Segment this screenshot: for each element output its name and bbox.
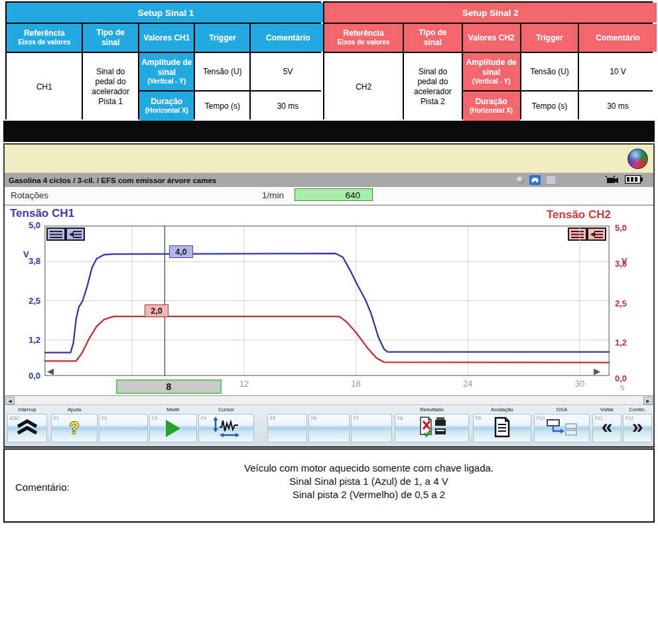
fsa-header-bar (5, 145, 653, 173)
connection-ball-icon (517, 176, 524, 184)
continue-icon: » (632, 417, 643, 436)
cursor-button[interactable]: F4 (198, 414, 254, 442)
back-icon: « (602, 417, 613, 436)
table2-row1-valor: 10 V (579, 53, 657, 90)
help-group-label: Ajuda (51, 407, 98, 414)
oscilloscope-chart: Tensão CH1 Tensão CH2 V V (5, 205, 653, 395)
comment-label: Comentário: (15, 482, 70, 493)
setup-table-1: Setup Sinal 1 Referência Eixos de valore… (5, 1, 321, 119)
measure-button[interactable]: F3 (149, 414, 197, 442)
battery-icon (625, 175, 643, 185)
y-tick-label-left: 3,8 (14, 256, 40, 266)
y-tick-label-right: 5,0 (615, 223, 641, 233)
cursor-waveform-icon (209, 417, 243, 440)
table2-header-trigger: Trigger (521, 24, 578, 52)
table2-row1-tipo: Tensão (U) (521, 53, 578, 90)
series-ch2 (44, 316, 610, 362)
camera-icon (605, 175, 620, 185)
table2-header-referencia: Referência Eixos de valores (324, 24, 403, 52)
y-tick-label-right: 1,2 (615, 338, 641, 348)
table1-title: Setup Sinal 1 (7, 3, 325, 23)
comment-line: Sinal pista 2 (Vermelho) de 0,5 a 2 (104, 488, 633, 501)
dsa-group-label: DSA (534, 407, 590, 414)
help-icon: ? (69, 419, 79, 438)
scroll-left-button[interactable]: ◀ (5, 397, 15, 405)
annotation-group-label: Anotação (473, 407, 531, 414)
continue-button[interactable]: F12 » (623, 414, 652, 442)
vin-numbers-icon (546, 175, 556, 185)
help-button[interactable]: F1 ? (51, 414, 98, 442)
f7-button[interactable]: F7 (351, 414, 392, 442)
annotation-button[interactable]: F9 (473, 414, 531, 442)
f5-button[interactable]: F5 (267, 414, 307, 442)
play-icon (166, 420, 180, 437)
table2-row1-label: Amplitude de sinal (Vertical - Y) (463, 53, 520, 90)
continue-group-label: Contin. (623, 407, 652, 414)
brand-globe-icon (627, 149, 648, 169)
result-document-icon (415, 416, 448, 441)
table2-header-tipo: Tipo de sinal (404, 24, 461, 52)
table1-row2-valor: 30 ms (251, 92, 325, 121)
y-tick-label-left: 5,0 (14, 220, 40, 230)
table2-row2-valor: 30 ms (579, 92, 657, 121)
y-tick-label-right: 2,5 (615, 298, 641, 308)
back-button[interactable]: F11 « (592, 414, 622, 442)
ch2-cursor-readout: 2,0 (145, 304, 168, 317)
table1-row2-tipo: Tempo (s) (195, 92, 249, 121)
y-tick-label-right: 0,0 (615, 373, 641, 383)
measure-group-label: Medir (149, 407, 197, 414)
divider-bar (3, 121, 655, 142)
y-tick-label-left: 2,5 (14, 296, 40, 306)
table1-row1-tipo: Tensão (U) (195, 53, 249, 90)
interrupt-group-label: Interrup (7, 407, 47, 414)
interrupt-chevrons-icon (15, 419, 39, 438)
table2-row2-label: Duração (Horizontal X) (463, 92, 520, 121)
interrupt-button[interactable]: ESC (7, 414, 47, 442)
rotations-value: 640 (295, 188, 373, 201)
ch1-title: Tensão CH1 (10, 207, 74, 220)
annotation-document-icon (494, 417, 511, 440)
cursor-group-label: Cursor (198, 407, 254, 414)
x-tick-label: 12 (234, 379, 254, 389)
table1-header-trigger: Trigger (195, 24, 249, 52)
result-button[interactable]: F8 (395, 414, 469, 442)
result-group-label: Resultado (395, 407, 469, 414)
fsa-status-bar: Gasolina 4 ciclos / 3-cil. / EFS com emi… (5, 173, 653, 187)
fsa-toolbar: Interrup ESC Ajuda F1 ? F2 (5, 405, 653, 446)
vehicle-description: Gasolina 4 ciclos / 3-cil. / EFS com emi… (9, 176, 216, 184)
horizontal-scrollbar[interactable]: ◀ ▶ (5, 395, 653, 405)
ch1-cursor-readout: 4,0 (169, 245, 193, 258)
f2-button[interactable]: F2 (99, 414, 148, 442)
dsa-flowchart-icon (545, 417, 579, 440)
rotations-label: Rotações (11, 190, 48, 200)
f6-button[interactable]: F6 (308, 414, 350, 442)
vehicle-icon (529, 175, 541, 185)
series-ch1 (44, 253, 610, 352)
ch2-title: Tensão CH2 (547, 208, 611, 222)
comment-text: Veículo com motor aquecido somente com c… (104, 462, 633, 501)
plot-area (44, 225, 610, 379)
comment-line: Veículo com motor aquecido somente com c… (104, 462, 633, 475)
fsa-window: Gasolina 4 ciclos / 3-cil. / EFS com emi… (3, 143, 655, 448)
scroll-right-button[interactable]: ▶ (643, 397, 653, 405)
page: Setup Sinal 1 Referência Eixos de valore… (0, 0, 658, 644)
table1-header-referencia: Referência Eixos de valores (7, 24, 82, 52)
table1-row1-label: Amplitude de sinal (Vertical - Y) (139, 53, 194, 90)
comment-line: Sinal Sinal pista 1 (Azul) de 1, a 4 V (104, 475, 633, 488)
table2-header-comentario: Comentário (579, 24, 657, 52)
cursor-time-readout: 8 (116, 379, 222, 394)
dsa-button[interactable]: F10 (534, 414, 590, 442)
table1-header-comentario: Comentário (251, 24, 325, 52)
table1-comment-value: Sinal do pedal do acelerador Pista 1 (83, 53, 138, 121)
table1-header-tipo: Tipo de sinal (83, 24, 138, 52)
y-tick-label-left: 0,0 (14, 371, 40, 381)
y-tick-label-right: 3,8 (615, 259, 641, 269)
x-unit: s (620, 382, 625, 392)
table1-trigger-value: CH1 (7, 53, 82, 121)
x-tick-label: 24 (458, 379, 478, 389)
y-tick-label-left: 1,2 (14, 335, 40, 345)
rotations-row: Rotações 1/min 640 (5, 187, 653, 205)
setup-tables: Setup Sinal 1 Referência Eixos de valore… (5, 1, 653, 119)
rotations-unit: 1/min (262, 190, 284, 200)
comment-box: Comentário: Veículo com motor aquecido s… (3, 448, 655, 523)
